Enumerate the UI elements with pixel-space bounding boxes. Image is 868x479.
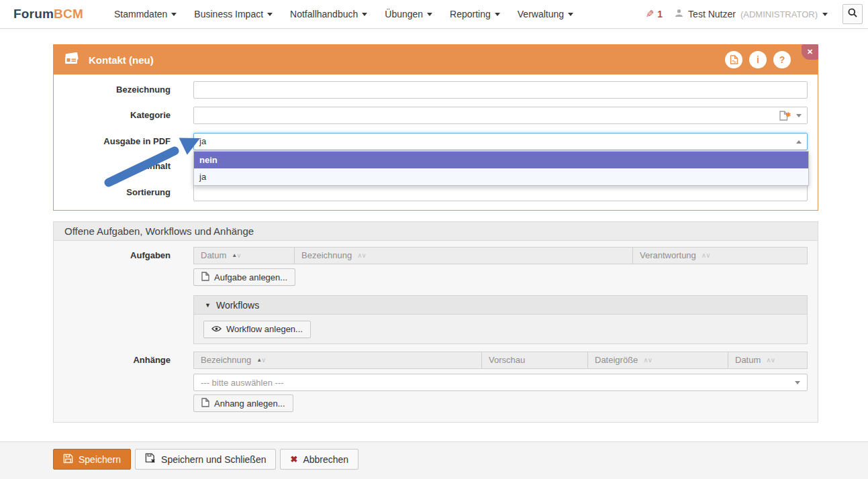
workflows-collapse-header[interactable]: ▼ Workflows [194, 296, 807, 315]
column-bezeichnung[interactable]: Bezeichnung ▲∨ [194, 352, 482, 368]
button-label: Anhang anlegen... [214, 398, 285, 409]
attachment-select[interactable]: --- bitte auswählen --- [193, 374, 808, 391]
logo-secondary: BCM [54, 7, 83, 21]
column-dateigroesse[interactable]: Dateigröße ∧∨ [588, 352, 728, 368]
chevron-down-icon [795, 381, 800, 384]
menu-label: Business Impact [194, 9, 263, 19]
kontakt-panel: Kontakt (neu) i ? ✕ Bezeichnung Kategori… [53, 44, 818, 211]
document-icon [201, 272, 209, 283]
panel-header-actions: i ? [725, 51, 791, 68]
add-task-button[interactable]: Aufgabe anlegen... [193, 268, 295, 286]
sort-icons[interactable]: ∧∨ [357, 248, 366, 264]
add-attachment-button[interactable]: Anhang anlegen... [193, 394, 293, 412]
sort-icons[interactable]: ∧∨ [702, 248, 710, 264]
button-label: Speichern und Schließen [161, 454, 266, 465]
save-close-icon [145, 453, 156, 466]
inhalt-label: Inhalt [54, 158, 182, 175]
column-label: Bezeichnung [201, 352, 251, 368]
tasks-section: Offene Aufgaben, Workflows und Anhänge A… [53, 221, 818, 423]
ausgabe-in-pdf-combobox[interactable]: ja [193, 133, 808, 150]
sort-desc-icon: ∨ [261, 352, 265, 368]
chevron-down-icon[interactable] [796, 114, 802, 117]
column-bezeichnung[interactable]: Bezeichnung ∧∨ [295, 248, 633, 264]
footer-buttons: Speichern Speichern und Schließen ✖ Abbr… [53, 449, 358, 470]
menu-business-impact[interactable]: Business Impact [194, 9, 273, 19]
aufgaben-table-header: Datum ▲∨ Bezeichnung ∧∨ Verantwortung ∧∨ [193, 247, 808, 264]
bezeichnung-input[interactable] [193, 81, 808, 99]
save-button[interactable]: Speichern [53, 449, 131, 470]
main-menu: Stammdaten Business Impact Notfallhandbu… [114, 9, 573, 19]
column-datum[interactable]: Datum ∧∨ [728, 352, 807, 368]
panel-title: Kontakt (neu) [89, 54, 154, 66]
chevron-down-icon [822, 13, 828, 16]
workflows-panel: ▼ Workflows Workflow anlegen... [193, 295, 808, 344]
menu-notfallhandbuch[interactable]: Notfallhandbuch [290, 9, 367, 19]
save-and-close-button[interactable]: Speichern und Schließen [135, 449, 276, 470]
kategorie-input[interactable]: ✱ [193, 107, 808, 124]
save-icon [63, 454, 73, 466]
column-vorschau[interactable]: Vorschau [482, 352, 588, 368]
column-verantwortung[interactable]: Verantwortung ∧∨ [633, 248, 807, 264]
sort-icons[interactable]: ∧∨ [766, 352, 775, 368]
kontakt-panel-header: Kontakt (neu) i ? [54, 45, 818, 74]
column-label: Datum [201, 248, 226, 264]
sort-desc-icon: ∨ [706, 248, 710, 264]
info-button[interactable]: i [749, 51, 767, 68]
cancel-x-icon: ✖ [290, 454, 297, 464]
menu-stammdaten[interactable]: Stammdaten [114, 9, 177, 19]
cancel-button[interactable]: ✖ Abbrechen [280, 449, 358, 470]
chevron-up-icon[interactable] [796, 140, 802, 144]
combobox-value: ja [199, 134, 206, 150]
button-label: Speichern [79, 454, 121, 465]
chevron-down-icon [171, 13, 177, 16]
chevron-down-icon [267, 13, 273, 16]
menu-label: Stammdaten [114, 9, 167, 19]
menu-label: Verwaltung [518, 9, 564, 19]
menu-uebungen[interactable]: Übungen [385, 9, 432, 19]
pending-edits-indicator[interactable]: ✎ 1 [646, 8, 663, 20]
menu-verwaltung[interactable]: Verwaltung [518, 9, 573, 19]
add-workflow-button[interactable]: Workflow anlegen... [203, 321, 311, 338]
tasks-section-title: Offene Aufgaben, Workflows und Anhänge [54, 222, 818, 241]
anhaenge-label: Anhänge [54, 352, 182, 369]
sort-icons[interactable]: ∧∨ [643, 352, 652, 368]
sort-desc-icon: ∨ [771, 352, 775, 368]
workflows-title: Workflows [216, 300, 259, 311]
eye-icon [211, 324, 222, 334]
column-label: Vorschau [489, 352, 525, 368]
sort-icons[interactable]: ▲∨ [232, 248, 240, 264]
anhaenge-table-header: Bezeichnung ▲∨ Vorschau Dateigröße ∧∨ Da… [193, 352, 808, 369]
button-label: Abbrechen [303, 454, 348, 465]
column-datum[interactable]: Datum ▲∨ [194, 248, 295, 264]
user-icon [675, 8, 683, 20]
user-menu[interactable]: Test Nutzer (ADMINISTRATOR) [675, 8, 828, 20]
menu-label: Übungen [385, 9, 423, 19]
column-label: Bezeichnung [301, 248, 352, 264]
ausgabe-in-pdf-label: Ausgabe in PDF [54, 133, 182, 150]
close-panel-button[interactable]: ✕ [802, 44, 818, 60]
search-button[interactable] [842, 4, 863, 24]
help-button[interactable]: ? [773, 51, 791, 68]
dropdown-option-nein[interactable]: nein [194, 152, 808, 168]
user-role: (ADMINISTRATOR) [740, 9, 818, 19]
add-category-icon[interactable]: ✱ [779, 111, 788, 121]
dropdown-option-ja[interactable]: ja [194, 168, 808, 185]
ausgabe-in-pdf-dropdown: nein ja [193, 151, 809, 186]
sort-desc-icon: ∨ [362, 248, 366, 264]
sort-desc-icon: ∨ [648, 352, 652, 368]
menu-label: Notfallhandbuch [290, 9, 358, 19]
sort-icons[interactable]: ▲∨ [256, 352, 265, 368]
sort-asc-icon: ▲ [256, 352, 261, 368]
sortierung-input[interactable] [193, 184, 808, 201]
pdf-export-button[interactable] [725, 51, 742, 68]
app-logo[interactable]: ForumBCM [13, 7, 83, 21]
chevron-down-icon [362, 13, 367, 16]
sort-desc-icon: ∨ [236, 248, 240, 264]
close-icon: ✕ [807, 48, 813, 56]
column-label: Datum [735, 352, 761, 368]
column-label: Verantwortung [640, 248, 696, 264]
menu-reporting[interactable]: Reporting [450, 9, 500, 19]
kategorie-label: Kategorie [54, 107, 182, 124]
chevron-down-icon [495, 13, 500, 16]
select-placeholder: --- bitte auswählen --- [201, 378, 284, 388]
